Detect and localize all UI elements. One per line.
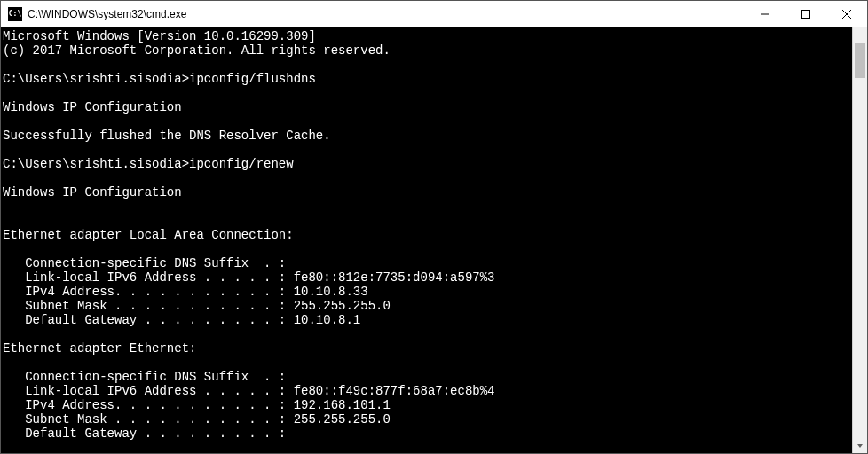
terminal-line: [1, 58, 852, 72]
close-button[interactable]: [826, 1, 867, 27]
terminal-line: Connection-specific DNS Suffix . :: [1, 370, 852, 384]
terminal-line: [1, 242, 852, 256]
window-controls: [745, 1, 867, 27]
terminal[interactable]: Microsoft Windows [Version 10.0.16299.30…: [1, 27, 867, 453]
terminal-line: [1, 200, 852, 214]
terminal-line: Connection-specific DNS Suffix . :: [1, 256, 852, 270]
terminal-line: Default Gateway . . . . . . . . . : 10.1…: [1, 313, 852, 327]
terminal-line: Microsoft Windows [Version 10.0.16299.30…: [1, 29, 852, 43]
cmd-icon: C:\: [8, 7, 22, 21]
terminal-line: C:\Users\srishti.sisodia>ipconfig/flushd…: [1, 72, 852, 86]
terminal-line: [1, 143, 852, 157]
scroll-down-arrow-icon[interactable]: [853, 438, 867, 453]
terminal-line: (c) 2017 Microsoft Corporation. All righ…: [1, 43, 852, 58]
terminal-line: [1, 214, 852, 228]
terminal-line: Default Gateway . . . . . . . . . :: [1, 427, 852, 441]
maximize-button[interactable]: [785, 1, 826, 27]
terminal-line: [1, 356, 852, 370]
terminal-line: [1, 171, 852, 185]
cmd-window: C:\ C:\WINDOWS\system32\cmd.exe Microsof…: [0, 0, 868, 454]
terminal-line: C:\Users\srishti.sisodia>ipconfig/renew: [1, 157, 852, 171]
terminal-line: [1, 114, 852, 129]
window-title: C:\WINDOWS\system32\cmd.exe: [28, 8, 745, 20]
svg-rect-0: [802, 10, 810, 18]
terminal-line: Windows IP Configuration: [1, 185, 852, 200]
terminal-line: IPv4 Address. . . . . . . . . . . : 192.…: [1, 398, 852, 412]
scrollbar-thumb[interactable]: [855, 43, 865, 78]
terminal-line: Link-local IPv6 Address . . . . . : fe80…: [1, 384, 852, 398]
scrollbar-track[interactable]: [853, 43, 867, 438]
terminal-line: [1, 86, 852, 100]
minimize-button[interactable]: [745, 1, 785, 27]
titlebar[interactable]: C:\ C:\WINDOWS\system32\cmd.exe: [1, 1, 867, 27]
terminal-line: Ethernet adapter Local Area Connection:: [1, 228, 852, 242]
terminal-line: Subnet Mask . . . . . . . . . . . : 255.…: [1, 299, 852, 313]
terminal-line: Windows IP Configuration: [1, 100, 852, 114]
terminal-line: Link-local IPv6 Address . . . . . : fe80…: [1, 270, 852, 285]
terminal-line: Successfully flushed the DNS Resolver Ca…: [1, 129, 852, 143]
terminal-line: IPv4 Address. . . . . . . . . . . : 10.1…: [1, 285, 852, 299]
terminal-line: Subnet Mask . . . . . . . . . . . : 255.…: [1, 412, 852, 427]
terminal-line: [1, 327, 852, 341]
scrollbar[interactable]: [852, 27, 867, 453]
terminal-line: Ethernet adapter Ethernet:: [1, 341, 852, 356]
